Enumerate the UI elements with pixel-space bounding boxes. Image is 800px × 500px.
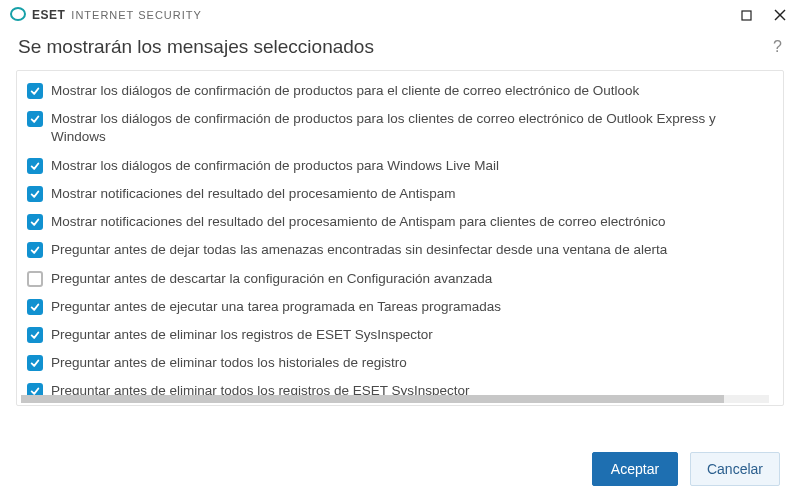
option-label: Mostrar notificaciones del resultado del… (51, 213, 666, 231)
checkbox[interactable] (27, 355, 43, 371)
checkbox[interactable] (27, 327, 43, 343)
option-row[interactable]: Preguntar antes de eliminar todos los hi… (25, 349, 775, 377)
options-panel: Mostrar los diálogos de confirmación de … (16, 70, 784, 406)
checkbox[interactable] (27, 111, 43, 127)
option-row[interactable]: Mostrar los diálogos de confirmación de … (25, 105, 775, 151)
option-label: Preguntar antes de eliminar los registro… (51, 326, 433, 344)
option-label: Preguntar antes de descartar la configur… (51, 270, 492, 288)
maximize-icon (741, 10, 752, 21)
check-icon (30, 330, 40, 340)
option-row[interactable]: Mostrar los diálogos de confirmación de … (25, 152, 775, 180)
cancel-button-label: Cancelar (707, 461, 763, 477)
option-label: Preguntar antes de dejar todas las amena… (51, 241, 667, 259)
checkbox[interactable] (27, 83, 43, 99)
checkbox[interactable] (27, 242, 43, 258)
options-list[interactable]: Mostrar los diálogos de confirmación de … (17, 71, 783, 405)
titlebar: ESET INTERNET SECURITY (0, 0, 800, 30)
brand-logo-icon (10, 6, 26, 25)
option-row[interactable]: Mostrar notificaciones del resultado del… (25, 180, 775, 208)
maximize-button[interactable] (732, 4, 760, 26)
horizontal-scrollbar-thumb[interactable] (21, 395, 724, 403)
cancel-button[interactable]: Cancelar (690, 452, 780, 486)
help-button[interactable]: ? (773, 38, 782, 56)
accept-button-label: Aceptar (611, 461, 659, 477)
option-label: Preguntar antes de ejecutar una tarea pr… (51, 298, 501, 316)
check-icon (30, 114, 40, 124)
option-label: Mostrar notificaciones del resultado del… (51, 185, 455, 203)
check-icon (30, 302, 40, 312)
close-icon (774, 9, 786, 21)
svg-rect-1 (742, 11, 751, 20)
svg-point-0 (11, 8, 25, 20)
checkbox[interactable] (27, 271, 43, 287)
dialog-header: Se mostrarán los mensajes seleccionados … (0, 30, 800, 70)
accept-button[interactable]: Aceptar (592, 452, 678, 486)
window-controls (732, 4, 794, 26)
option-row[interactable]: Preguntar antes de eliminar los registro… (25, 321, 775, 349)
option-row[interactable]: Preguntar antes de dejar todas las amena… (25, 236, 775, 264)
check-icon (30, 189, 40, 199)
option-label: Mostrar los diálogos de confirmación de … (51, 82, 639, 100)
brand-name: ESET (32, 8, 65, 22)
brand-product: INTERNET SECURITY (71, 9, 201, 21)
checkbox[interactable] (27, 186, 43, 202)
checkbox[interactable] (27, 214, 43, 230)
close-button[interactable] (766, 4, 794, 26)
dialog-title: Se mostrarán los mensajes seleccionados (18, 36, 374, 58)
brand: ESET INTERNET SECURITY (10, 6, 202, 25)
dialog-footer: Aceptar Cancelar (0, 438, 800, 500)
option-row[interactable]: Mostrar notificaciones del resultado del… (25, 208, 775, 236)
option-label: Mostrar los diálogos de confirmación de … (51, 110, 773, 146)
option-label: Mostrar los diálogos de confirmación de … (51, 157, 499, 175)
option-row[interactable]: Preguntar antes de ejecutar una tarea pr… (25, 293, 775, 321)
check-icon (30, 245, 40, 255)
check-icon (30, 161, 40, 171)
checkbox[interactable] (27, 299, 43, 315)
option-row[interactable]: Mostrar los diálogos de confirmación de … (25, 77, 775, 105)
checkbox[interactable] (27, 158, 43, 174)
help-icon: ? (773, 38, 782, 55)
option-row[interactable]: Preguntar antes de descartar la configur… (25, 265, 775, 293)
check-icon (30, 217, 40, 227)
option-label: Preguntar antes de eliminar todos los hi… (51, 354, 407, 372)
horizontal-scrollbar[interactable] (21, 395, 769, 403)
check-icon (30, 358, 40, 368)
check-icon (30, 86, 40, 96)
